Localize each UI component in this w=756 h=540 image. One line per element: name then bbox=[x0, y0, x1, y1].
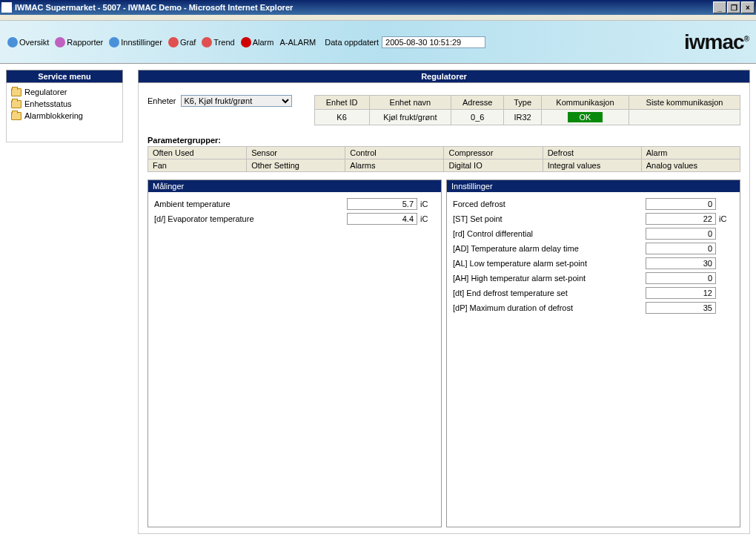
toolbar-item-oversikt[interactable]: Oversikt bbox=[7, 37, 49, 47]
data-row: [ST] Set point22iC bbox=[450, 211, 737, 226]
unit-row: K6 Kjøl frukt/grønt 0_6 IR32 OK bbox=[314, 110, 740, 125]
measurements-panel: Målinger Ambient temperature5.7iC[d/] Ev… bbox=[147, 180, 442, 527]
data-row: [AD] Temperature alarm delay time0 bbox=[450, 241, 737, 256]
data-updated-value: 2005-08-30 10:51:29 bbox=[382, 36, 485, 48]
ie-menubar bbox=[0, 15, 756, 21]
param-groups-label: Parametergrupper: bbox=[147, 136, 740, 145]
row-value[interactable]: 0 bbox=[646, 198, 716, 210]
unit-table-header: Kommunikasjon bbox=[541, 96, 629, 110]
row-value: 4.4 bbox=[347, 213, 417, 225]
graf-icon bbox=[168, 37, 179, 47]
toolbar-label: A-ALARM bbox=[279, 38, 316, 47]
param-group-fan[interactable]: Fan bbox=[148, 159, 247, 172]
param-group-alarms[interactable]: Alarms bbox=[345, 159, 444, 172]
row-unit: iC bbox=[420, 200, 435, 208]
sidebar-item-regulatorer[interactable]: Regulatorer bbox=[8, 86, 121, 98]
sidebar: Service menu RegulatorerEnhetsstatusAlar… bbox=[6, 70, 123, 534]
minimize-button[interactable]: _ bbox=[713, 1, 726, 13]
ie-icon bbox=[1, 2, 12, 13]
toolbar-item-alarm[interactable]: Alarm bbox=[241, 37, 274, 47]
unit-table-header: Enhet navn bbox=[369, 96, 451, 110]
data-updated-label: Data oppdatert bbox=[325, 38, 379, 47]
settings-panel: Innstillinger Forced defrost0[ST] Set po… bbox=[446, 180, 740, 527]
sidebar-item-label: Enhetsstatus bbox=[24, 99, 72, 108]
param-group-integral-values[interactable]: Integral values bbox=[543, 159, 641, 172]
toolbar-label: Alarm bbox=[253, 38, 274, 47]
row-value[interactable]: 0 bbox=[646, 272, 716, 284]
unit-table-header: Type bbox=[504, 96, 542, 110]
toolbar-item-graf[interactable]: Graf bbox=[168, 37, 196, 47]
row-value[interactable]: 22 bbox=[646, 213, 716, 225]
param-group-sensor[interactable]: Sensor bbox=[247, 147, 345, 159]
unit-type: IR32 bbox=[504, 110, 542, 125]
comm-ok-badge: OK bbox=[568, 112, 603, 122]
toolbar-label: Innstillinger bbox=[121, 38, 162, 47]
measurements-body[interactable]: Ambient temperature5.7iC[d/] Evaporator … bbox=[148, 192, 441, 527]
row-label: [rd] Control differential bbox=[453, 229, 643, 238]
row-label: [d/] Evaporator temperature bbox=[154, 214, 344, 223]
unit-table: Enhet IDEnhet navnAdresseTypeKommunikasj… bbox=[314, 95, 740, 125]
toolbar-item-rapporter[interactable]: Rapporter bbox=[55, 37, 103, 47]
sidebar-item-label: Alarmblokkering bbox=[24, 111, 83, 120]
data-row: [d/] Evaporator temperature4.4iC bbox=[151, 211, 438, 226]
restore-button[interactable]: ❐ bbox=[727, 1, 740, 13]
iwmac-logo: iwmac® bbox=[684, 30, 749, 54]
row-value[interactable]: 12 bbox=[646, 287, 716, 299]
sidebar-item-alarmblokkering[interactable]: Alarmblokkering bbox=[8, 110, 121, 122]
settings-title: Innstillinger bbox=[447, 180, 740, 192]
row-label: Ambient temperature bbox=[154, 200, 344, 208]
param-group-other-setting[interactable]: Other Setting bbox=[247, 159, 345, 172]
row-unit: iC bbox=[719, 214, 734, 223]
row-value[interactable]: 0 bbox=[646, 243, 716, 254]
row-value[interactable]: 0 bbox=[646, 228, 716, 240]
unit-id: K6 bbox=[314, 110, 369, 125]
rapporter-icon bbox=[55, 37, 65, 47]
alarm-icon bbox=[241, 37, 251, 47]
row-label: Forced defrost bbox=[453, 200, 643, 208]
sidebar-title: Service menu bbox=[6, 70, 123, 83]
unit-table-header: Siste kommunikasjon bbox=[629, 96, 740, 110]
toolbar-label: Oversikt bbox=[19, 38, 49, 47]
row-label: [AH] High temperatur alarm set-point bbox=[453, 274, 643, 283]
param-group-analog-values[interactable]: Analog values bbox=[641, 159, 740, 172]
unit-last bbox=[629, 110, 740, 125]
toolbar-item-innstillinger[interactable]: Innstillinger bbox=[109, 37, 162, 47]
folder-icon bbox=[11, 88, 21, 96]
param-group-digital-io[interactable]: Digital IO bbox=[444, 159, 543, 172]
unit-table-header: Enhet ID bbox=[314, 96, 369, 110]
units-select[interactable]: K6, Kjøl frukt/grønt bbox=[181, 95, 292, 107]
row-value[interactable]: 30 bbox=[646, 257, 716, 269]
units-label: Enheter bbox=[147, 96, 176, 105]
param-group-defrost[interactable]: Defrost bbox=[543, 147, 641, 159]
sidebar-item-enhetsstatus[interactable]: Enhetsstatus bbox=[8, 98, 121, 110]
data-row: [dP] Maximum duration of defrost35 bbox=[450, 300, 737, 315]
data-row: [AH] High temperatur alarm set-point0 bbox=[450, 271, 737, 286]
toolbar-label: Graf bbox=[180, 38, 196, 47]
row-label: [AL] Low temperature alarm set-point bbox=[453, 259, 643, 268]
row-label: [dP] Maximum duration of defrost bbox=[453, 303, 643, 312]
param-group-often-used[interactable]: Often Used bbox=[148, 147, 247, 159]
data-row: [rd] Control differential0 bbox=[450, 226, 737, 241]
param-group-control[interactable]: Control bbox=[345, 147, 444, 159]
main-title: Regulatorer bbox=[138, 70, 750, 83]
data-row: Forced defrost0 bbox=[450, 197, 737, 211]
unit-name: Kjøl frukt/grønt bbox=[369, 110, 451, 125]
folder-icon bbox=[11, 112, 21, 120]
innstillinger-icon bbox=[109, 37, 119, 47]
window-title: IWMAC Supermarket - 5007 - IWMAC Demo - … bbox=[15, 3, 712, 12]
settings-body[interactable]: Forced defrost0[ST] Set point22iC[rd] Co… bbox=[447, 192, 740, 527]
close-button[interactable]: × bbox=[741, 1, 755, 13]
row-value[interactable]: 35 bbox=[646, 302, 716, 314]
param-group-compressor[interactable]: Compressor bbox=[444, 147, 543, 159]
toolbar-item-trend[interactable]: Trend bbox=[202, 37, 234, 47]
oversikt-icon bbox=[7, 37, 18, 47]
data-row: [AL] Low temperature alarm set-point30 bbox=[450, 256, 737, 271]
param-group-alarm[interactable]: Alarm bbox=[641, 147, 740, 159]
app-toolbar: OversiktRapporterInnstillingerGrafTrendA… bbox=[0, 21, 756, 64]
param-groups-table: Often UsedSensorControlCompressorDefrost… bbox=[147, 146, 740, 172]
data-row: [dt] End defrost temperature set12 bbox=[450, 286, 737, 300]
unit-comm: OK bbox=[541, 110, 629, 125]
row-value: 5.7 bbox=[347, 198, 417, 210]
toolbar-item-a-alarm[interactable]: A-ALARM bbox=[279, 38, 316, 47]
folder-icon bbox=[11, 100, 21, 108]
